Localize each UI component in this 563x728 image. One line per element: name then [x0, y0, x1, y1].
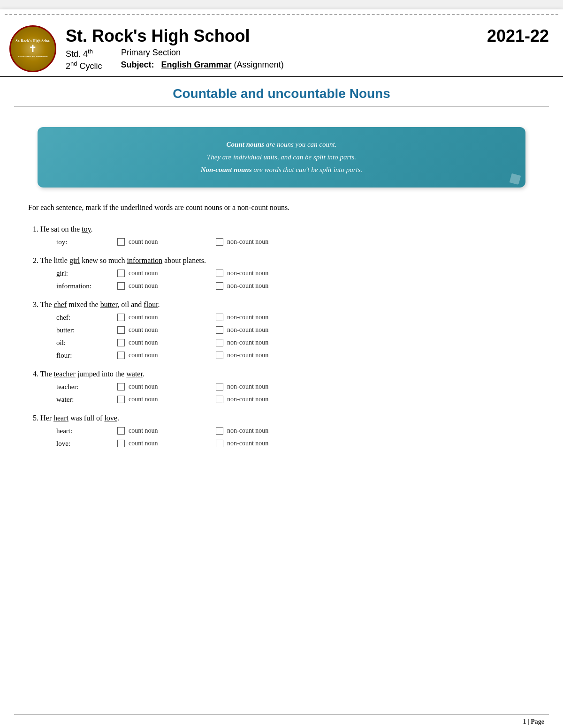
q4-teacher-ncount-label: non-count noun	[227, 383, 268, 390]
logo-motto: Perseverance & Commitment	[15, 55, 50, 58]
q5-love-count-label: count noun	[129, 440, 158, 447]
q4-teacher-ncount-checkbox[interactable]	[216, 383, 223, 390]
subject-line: Subject: English Grammar (Assignment)	[121, 60, 284, 71]
question-5-sentence: 5. Her heart was full of love.	[33, 414, 535, 422]
q2-underlined-girl: girl	[69, 256, 80, 264]
q4-water-count-label: count noun	[129, 396, 158, 403]
q3-oil-count-group: count noun	[117, 339, 192, 346]
content-area: Count nouns are nouns you can count. The…	[0, 106, 563, 486]
q3-flour-count-checkbox[interactable]	[117, 352, 125, 359]
table-row: toy: count noun non-count noun	[56, 238, 535, 246]
q3-underlined-butter: butter	[100, 300, 118, 308]
section-label: Primary Section	[121, 48, 181, 59]
q2-word-girl: girl:	[56, 270, 117, 278]
q4-water-ncount-checkbox[interactable]	[216, 396, 223, 403]
table-row: girl: count noun non-count noun	[56, 270, 535, 278]
question-1-sentence: 1. He sat on the toy.	[33, 225, 535, 233]
table-row: butter: count noun non-count noun	[56, 326, 535, 334]
table-row: oil: count noun non-count noun	[56, 339, 535, 347]
q2-girl-count-label: count noun	[129, 270, 158, 277]
table-row: information: count noun non-count noun	[56, 282, 535, 290]
q1-answer-rows: toy: count noun non-count noun	[56, 238, 535, 246]
q2-info-ncount-label: non-count noun	[227, 282, 268, 290]
q3-answer-rows: chef: count noun non-count noun butter: …	[56, 314, 535, 360]
question-2-sentence: 2. The little girl knew so much informat…	[33, 256, 535, 265]
question-3-sentence: 3. The chef mixed the butter, oil and fl…	[33, 300, 535, 309]
q4-underlined-water: water	[126, 370, 143, 378]
q2-info-ncount-checkbox[interactable]	[216, 282, 223, 290]
q3-oil-count-label: count noun	[129, 339, 158, 346]
table-row: love: count noun non-count noun	[56, 440, 535, 448]
school-name: St. Rock's High School	[66, 26, 250, 46]
q3-oil-ncount-checkbox[interactable]	[216, 339, 223, 346]
q2-girl-count-checkbox[interactable]	[117, 270, 125, 277]
q5-love-count-checkbox[interactable]	[117, 440, 125, 447]
question-2: 2. The little girl knew so much informat…	[28, 256, 535, 290]
non-count-nouns-term: Non-count nouns	[201, 166, 252, 173]
q4-answer-rows: teacher: count noun non-count noun water…	[56, 383, 535, 404]
q2-girl-ncount-checkbox[interactable]	[216, 270, 223, 277]
q5-love-ncount-checkbox[interactable]	[216, 440, 223, 447]
q3-underlined-flour: flour	[144, 300, 158, 308]
q2-info-count-checkbox[interactable]	[117, 282, 125, 290]
q4-underlined-teacher: teacher	[54, 370, 76, 378]
q4-word-water: water:	[56, 396, 117, 404]
q3-butter-ncount-label: non-count noun	[227, 326, 268, 334]
q3-oil-ncount-label: non-count noun	[227, 339, 268, 346]
header: St. Rock's High Scho. ✝ Perseverance & C…	[0, 20, 563, 77]
q3-oil-count-checkbox[interactable]	[117, 339, 125, 346]
header-info: St. Rock's High School 2021-22 Std. 4th …	[66, 26, 549, 71]
q3-flour-count-group: count noun	[117, 352, 192, 359]
q1-underlined-toy: toy	[82, 225, 91, 233]
q3-chef-ncount-label: non-count noun	[227, 314, 268, 321]
q4-teacher-ncount-group: non-count noun	[216, 383, 300, 390]
q3-butter-ncount-group: non-count noun	[216, 326, 300, 334]
q3-word-flour: flour:	[56, 352, 117, 360]
q5-heart-ncount-checkbox[interactable]	[216, 427, 223, 435]
q4-teacher-count-checkbox[interactable]	[117, 383, 125, 390]
q3-chef-count-checkbox[interactable]	[117, 314, 125, 321]
info-line1: Count nouns are nouns you can count.	[52, 138, 511, 151]
q3-oil-ncount-group: non-count noun	[216, 339, 300, 346]
question-4: 4. The teacher jumped into the water. te…	[28, 370, 535, 404]
info-line2: They are individual units, and can be sp…	[52, 151, 511, 164]
q1-count-label: count noun	[129, 238, 158, 246]
q5-heart-count-group: count noun	[117, 427, 192, 435]
table-row: water: count noun non-count noun	[56, 396, 535, 404]
table-row: heart: count noun non-count noun	[56, 427, 535, 435]
q1-ncount-checkbox[interactable]	[216, 238, 223, 246]
q3-underlined-chef: chef	[54, 300, 67, 308]
q2-info-count-group: count noun	[117, 282, 192, 290]
q3-word-butter: butter:	[56, 326, 117, 334]
q5-word-love: love:	[56, 440, 117, 448]
q4-water-count-checkbox[interactable]	[117, 396, 125, 403]
q5-heart-ncount-group: non-count noun	[216, 427, 300, 435]
q5-heart-count-checkbox[interactable]	[117, 427, 125, 435]
q3-chef-ncount-checkbox[interactable]	[216, 314, 223, 321]
count-nouns-term: Count nouns	[227, 141, 264, 148]
page-title: Countable and uncountable Nouns	[14, 86, 549, 101]
q4-water-ncount-group: non-count noun	[216, 396, 300, 403]
q2-girl-ncount-label: non-count noun	[227, 270, 268, 277]
q3-chef-count-group: count noun	[117, 314, 192, 321]
cyclic-label: 2nd Cyclic	[66, 60, 102, 71]
q5-answer-rows: heart: count noun non-count noun love: c…	[56, 427, 535, 448]
q3-flour-ncount-checkbox[interactable]	[216, 352, 223, 359]
q3-butter-count-checkbox[interactable]	[117, 326, 125, 334]
deco-top-border	[0, 9, 563, 20]
q3-chef-ncount-group: non-count noun	[216, 314, 300, 321]
page-title-section: Countable and uncountable Nouns	[14, 77, 549, 106]
q2-info-ncount-group: non-count noun	[216, 282, 300, 290]
q4-teacher-count-label: count noun	[129, 383, 158, 390]
q5-love-ncount-label: non-count noun	[227, 440, 268, 447]
page: St. Rock's High Scho. ✝ Perseverance & C…	[0, 9, 563, 728]
question-4-sentence: 4. The teacher jumped into the water.	[33, 370, 535, 378]
q3-butter-ncount-checkbox[interactable]	[216, 326, 223, 334]
question-5: 5. Her heart was full of love. heart: co…	[28, 414, 535, 448]
table-row: flour: count noun non-count noun	[56, 352, 535, 360]
q3-butter-count-label: count noun	[129, 326, 158, 334]
q1-count-checkbox[interactable]	[117, 238, 125, 246]
question-3: 3. The chef mixed the butter, oil and fl…	[28, 300, 535, 360]
q2-word-info: information:	[56, 282, 117, 290]
q3-flour-ncount-label: non-count noun	[227, 352, 268, 359]
